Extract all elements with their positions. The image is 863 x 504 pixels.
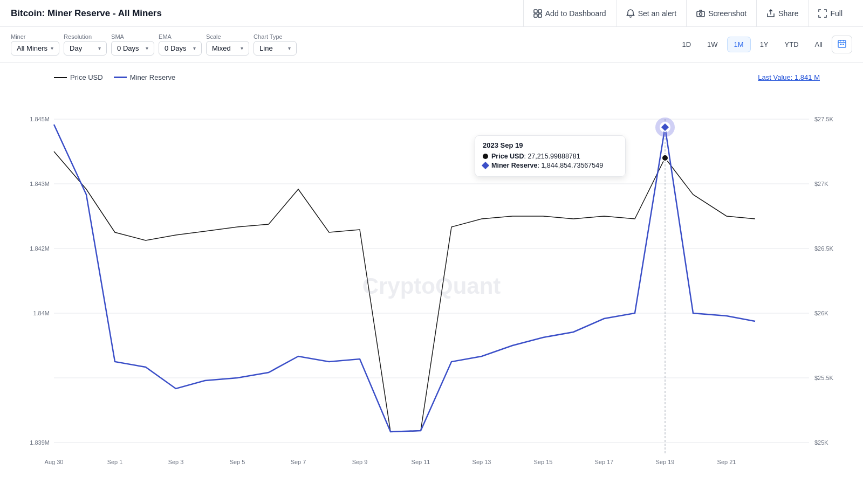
set-alert-label: Set an alert (638, 9, 677, 18)
screenshot-label: Screenshot (708, 9, 746, 18)
timeframe-all-button[interactable]: All (808, 37, 830, 52)
header-actions: Add to Dashboard Set an alert Screenshot (523, 0, 852, 27)
sma-dropdown-group: SMA 0 Days ▾ (111, 33, 154, 56)
svg-text:1.84M: 1.84M (33, 310, 50, 316)
svg-text:$27K: $27K (814, 181, 828, 187)
header: Bitcoin: Miner Reserve - All Miners Add … (0, 0, 863, 27)
ema-dropdown-group: EMA 0 Days ▾ (159, 33, 202, 56)
svg-rect-0 (534, 10, 537, 13)
svg-rect-2 (534, 14, 537, 17)
timeframe-1m-button[interactable]: 1M (727, 37, 751, 52)
miner-dropdown-group: Miner All Miners ▾ (11, 33, 59, 56)
svg-text:Sep 21: Sep 21 (717, 459, 736, 465)
full-button[interactable]: Full (808, 0, 852, 27)
resolution-dropdown[interactable]: Day ▾ (64, 41, 107, 56)
controls-left: Miner All Miners ▾ Resolution Day ▾ SMA … (11, 33, 297, 56)
chart-type-dropdown[interactable]: Line ▾ (254, 41, 297, 56)
full-label: Full (830, 9, 843, 18)
legend-price-usd-label: Price USD (70, 73, 103, 81)
svg-rect-1 (538, 10, 542, 13)
sma-label: SMA (111, 33, 154, 40)
miner-chevron-icon: ▾ (51, 45, 53, 51)
timeframe-1w-button[interactable]: 1W (700, 37, 725, 52)
chart-type-value: Line (259, 44, 273, 52)
expand-icon (818, 9, 827, 18)
svg-text:$26K: $26K (814, 310, 828, 316)
scale-value: Mixed (212, 44, 231, 52)
miner-reserve-line (54, 125, 755, 432)
svg-rect-3 (538, 14, 542, 17)
calendar-icon (838, 39, 846, 48)
svg-rect-8 (841, 44, 843, 45)
svg-rect-7 (840, 44, 841, 45)
legend-miner-reserve: Miner Reserve (114, 73, 176, 81)
reserve-crosshair-dot (661, 123, 670, 132)
share-button[interactable]: Share (756, 0, 808, 27)
svg-text:1.839M: 1.839M (30, 439, 50, 446)
svg-rect-4 (697, 11, 704, 17)
set-alert-button[interactable]: Set an alert (616, 0, 687, 27)
chart-area: Price USD Miner Reserve Last Value: 1.84… (0, 63, 863, 502)
svg-container: CryptoQuant 1.845M 1.843M 1.842M 1.84M 1… (11, 87, 852, 486)
resolution-dropdown-group: Resolution Day ▾ (64, 33, 107, 56)
scale-label: Scale (206, 33, 249, 40)
ema-chevron-icon: ▾ (193, 45, 196, 51)
page-title: Bitcoin: Miner Reserve - All Miners (11, 8, 162, 19)
sma-dropdown[interactable]: 0 Days ▾ (111, 41, 154, 56)
ema-label: EMA (159, 33, 202, 40)
sma-value: 0 Days (117, 44, 139, 52)
svg-text:Sep 1: Sep 1 (107, 459, 123, 465)
svg-text:1.842M: 1.842M (30, 245, 50, 252)
add-dashboard-button[interactable]: Add to Dashboard (523, 0, 616, 27)
legend-row: Price USD Miner Reserve Last Value: 1.84… (11, 73, 852, 81)
svg-text:Sep 3: Sep 3 (168, 459, 184, 465)
resolution-label: Resolution (64, 33, 107, 40)
scale-dropdown-group: Scale Mixed ▾ (206, 33, 249, 56)
resolution-value: Day (70, 44, 82, 52)
camera-icon (696, 9, 705, 18)
scale-dropdown[interactable]: Mixed ▾ (206, 41, 249, 56)
miner-value: All Miners (17, 44, 47, 52)
resolution-chevron-icon: ▾ (98, 45, 101, 51)
screenshot-button[interactable]: Screenshot (686, 0, 756, 27)
chart-type-chevron-icon: ▾ (288, 45, 291, 51)
dashboard-icon (533, 9, 542, 18)
timeframe-1y-button[interactable]: 1Y (753, 37, 776, 52)
chart-type-label: Chart Type (254, 33, 297, 40)
svg-text:Sep 19: Sep 19 (656, 459, 675, 465)
last-value: Last Value: 1.841 M (758, 73, 820, 81)
svg-text:Sep 17: Sep 17 (595, 459, 614, 465)
svg-text:Sep 15: Sep 15 (534, 459, 553, 465)
timeframe-1d-button[interactable]: 1D (675, 37, 698, 52)
svg-text:$26.5K: $26.5K (814, 245, 834, 252)
controls-bar: Miner All Miners ▾ Resolution Day ▾ SMA … (0, 27, 863, 63)
share-icon (766, 9, 775, 18)
svg-text:Sep 9: Sep 9 (352, 459, 368, 465)
share-label: Share (778, 9, 798, 18)
svg-rect-9 (843, 44, 844, 45)
timeframe-ytd-button[interactable]: YTD (778, 37, 806, 52)
svg-text:Sep 11: Sep 11 (412, 459, 430, 465)
legend-miner-reserve-label: Miner Reserve (130, 73, 176, 81)
miner-reserve-legend-line (114, 77, 127, 78)
svg-text:Sep 13: Sep 13 (472, 459, 491, 465)
svg-text:1.845M: 1.845M (30, 116, 50, 122)
price-usd-legend-line (54, 77, 67, 78)
legend-price-usd: Price USD (54, 73, 103, 81)
svg-text:Sep 7: Sep 7 (291, 459, 306, 465)
svg-text:$25.5K: $25.5K (814, 375, 834, 381)
sma-chevron-icon: ▾ (146, 45, 148, 51)
svg-text:1.843M: 1.843M (30, 181, 50, 187)
svg-text:$27.5K: $27.5K (814, 116, 834, 122)
svg-point-5 (700, 12, 702, 15)
bell-icon (626, 9, 635, 18)
price-usd-line (54, 151, 755, 432)
add-dashboard-label: Add to Dashboard (545, 9, 606, 18)
legend-items: Price USD Miner Reserve (54, 73, 175, 81)
ema-value: 0 Days (165, 44, 186, 52)
ema-dropdown[interactable]: 0 Days ▾ (159, 41, 202, 56)
miner-label: Miner (11, 33, 59, 40)
chart-type-dropdown-group: Chart Type Line ▾ (254, 33, 297, 56)
calendar-button[interactable] (832, 36, 852, 53)
miner-dropdown[interactable]: All Miners ▾ (11, 41, 59, 56)
